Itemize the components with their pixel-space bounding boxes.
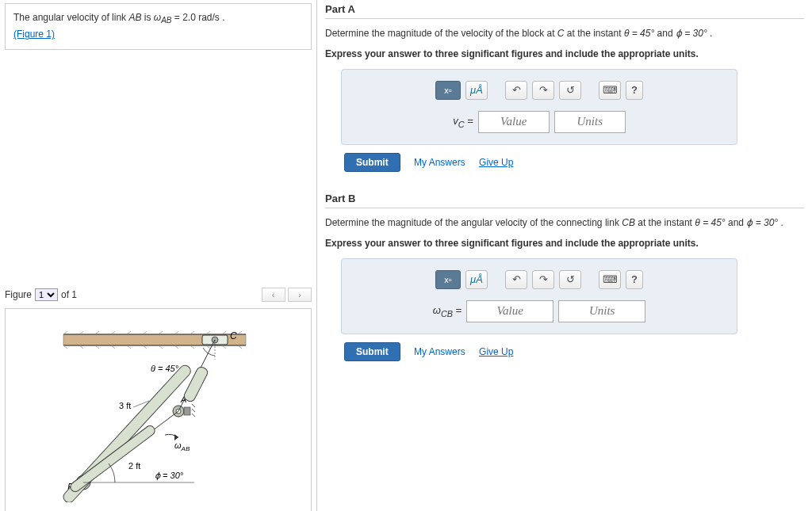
problem-value: = 2.0 rad/s . <box>171 12 224 23</box>
figure-link[interactable]: (Figure 1) <box>13 29 55 40</box>
templates-button-b[interactable]: x▫ <box>435 270 461 289</box>
part-b-answer-box: x▫ μÅ ↶ ↷ ↺ ⌨ ? ωCB = <box>341 258 737 334</box>
svg-line-7 <box>127 331 131 334</box>
svg-line-6 <box>111 331 115 334</box>
problem-statement: The angular velocity of link AB is ωAB =… <box>5 3 312 50</box>
svg-line-4 <box>79 331 83 334</box>
part-a-instruct: Express your answer to three significant… <box>325 46 804 62</box>
mechanism-diagram: C A B θ = 45° <box>48 320 270 502</box>
keyboard-button-b[interactable]: ⌨ <box>599 270 621 289</box>
undo-button-b[interactable]: ↶ <box>505 270 527 289</box>
svg-marker-44 <box>174 434 178 440</box>
figure-canvas: C A B θ = 45° <box>5 308 312 511</box>
svg-line-24 <box>206 345 210 349</box>
svg-line-26 <box>238 345 242 349</box>
svg-line-9 <box>159 331 163 334</box>
svg-line-20 <box>143 345 147 349</box>
redo-button[interactable]: ↷ <box>532 81 554 100</box>
len-2ft: 2 ft <box>128 461 140 471</box>
part-b-instruct: Express your answer to three significant… <box>325 235 804 251</box>
part-b-input-row: ωCB = <box>358 300 721 322</box>
svg-line-16 <box>79 345 83 349</box>
help-button[interactable]: ? <box>626 81 643 100</box>
right-column: Part A Determine the magnitude of the ve… <box>317 0 812 511</box>
theta-label: θ = 45° <box>151 364 179 373</box>
units-input-b[interactable] <box>558 300 645 322</box>
submit-button-a[interactable]: Submit <box>344 153 400 172</box>
reset-button-b[interactable]: ↺ <box>559 270 581 289</box>
value-input-b[interactable] <box>466 300 553 322</box>
svg-line-10 <box>174 331 178 334</box>
svg-line-8 <box>143 331 147 334</box>
part-a-actions: Submit My Answers Give Up <box>341 153 804 172</box>
svg-line-3 <box>63 331 67 334</box>
svg-line-11 <box>190 331 194 334</box>
part-a-answer-box: x▫ μÅ ↶ ↷ ↺ ⌨ ? vC = <box>341 69 737 145</box>
figure-of-label: of 1 <box>61 289 77 300</box>
submit-button-b[interactable]: Submit <box>344 342 400 361</box>
keyboard-button[interactable]: ⌨ <box>599 81 621 100</box>
symbols-button[interactable]: μÅ <box>465 81 488 100</box>
figure-dropdown[interactable]: 1 <box>35 288 58 301</box>
redo-button-b[interactable]: ↷ <box>532 270 554 289</box>
problem-text-1: The angular velocity of link <box>13 12 128 23</box>
svg-line-14 <box>238 331 242 334</box>
svg-line-17 <box>95 345 99 349</box>
part-a-header: Part A <box>325 0 804 19</box>
svg-line-22 <box>174 345 178 349</box>
next-figure-button[interactable]: › <box>288 288 312 302</box>
svg-text:ωAB: ωAB <box>174 440 190 452</box>
reset-button[interactable]: ↺ <box>559 81 581 100</box>
part-a-question: Determine the magnitude of the velocity … <box>325 19 804 69</box>
part-b-header: Part B <box>325 189 804 208</box>
my-answers-link-a[interactable]: My Answers <box>414 157 465 168</box>
svg-line-34 <box>192 414 195 417</box>
omega-subscript: AB <box>161 16 171 25</box>
svg-line-33 <box>192 409 195 412</box>
svg-line-25 <box>222 345 226 349</box>
svg-line-32 <box>192 404 195 407</box>
svg-line-19 <box>127 345 131 349</box>
templates-button[interactable]: x▫ <box>435 81 461 100</box>
svg-line-5 <box>95 331 99 334</box>
units-input-a[interactable] <box>554 111 626 133</box>
symbols-button-b[interactable]: μÅ <box>465 270 488 289</box>
part-a-input-row: vC = <box>358 111 721 133</box>
svg-line-12 <box>206 331 210 334</box>
svg-line-18 <box>111 345 115 349</box>
my-answers-link-b[interactable]: My Answers <box>414 346 465 357</box>
svg-line-23 <box>190 345 194 349</box>
help-button-b[interactable]: ? <box>626 270 643 289</box>
toolbar-a: x▫ μÅ ↶ ↷ ↺ ⌨ ? <box>358 81 721 103</box>
svg-rect-41 <box>68 424 156 494</box>
part-b-actions: Submit My Answers Give Up <box>341 342 804 361</box>
give-up-link-b[interactable]: Give Up <box>479 346 513 357</box>
omega-symbol: ω <box>154 12 161 23</box>
vc-label: vC = <box>453 115 473 129</box>
svg-line-21 <box>159 345 163 349</box>
value-input-a[interactable] <box>478 111 550 133</box>
len-3ft: 3 ft <box>119 401 131 410</box>
phi-label: ϕ = 30° <box>155 471 184 481</box>
figure-label: Figure <box>5 289 32 300</box>
prev-figure-button[interactable]: ‹ <box>262 288 285 302</box>
undo-button[interactable]: ↶ <box>505 81 527 100</box>
link-ab: AB <box>128 12 141 23</box>
svg-line-13 <box>222 331 226 334</box>
give-up-link-a[interactable]: Give Up <box>479 157 513 168</box>
svg-line-15 <box>63 345 67 349</box>
problem-text-2: is <box>141 12 153 23</box>
toolbar-b: x▫ μÅ ↶ ↷ ↺ ⌨ ? <box>358 270 721 292</box>
wcb-label: ωCB = <box>433 304 462 318</box>
figure-selector: Figure 1 of 1 ‹ › <box>5 288 312 302</box>
svg-rect-31 <box>184 407 190 415</box>
label-c: C <box>230 330 237 341</box>
part-b-question: Determine the magnitude of the angular v… <box>325 208 804 258</box>
left-column: The angular velocity of link AB is ωAB =… <box>0 0 317 511</box>
